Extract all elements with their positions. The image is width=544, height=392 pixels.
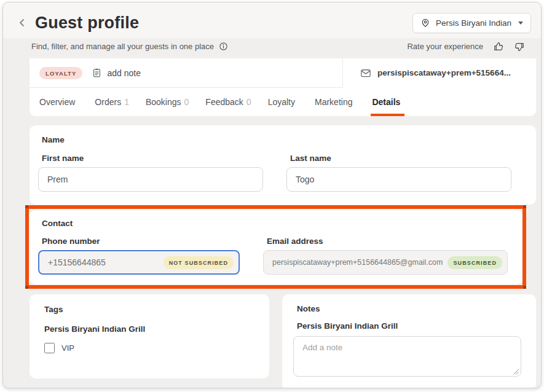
envelope-icon	[360, 68, 371, 78]
profile-tabs: Overview Orders1 Bookings0 Feedback0 Loy…	[30, 87, 536, 116]
utility-bar: Find, filter, and manage all your guests…	[3, 38, 541, 58]
tags-section-title: Tags	[44, 305, 254, 314]
page-title: Guest profile	[35, 14, 412, 33]
tab-feedback[interactable]: Feedback0	[205, 87, 251, 116]
tab-loyalty[interactable]: Loyalty	[268, 87, 298, 116]
guests-hint-text: Find, filter, and manage all your guests…	[31, 42, 214, 51]
email-input[interactable]: persispiscataway+prem+5156644865@gmail.c…	[263, 250, 508, 275]
chevron-left-icon	[18, 18, 26, 28]
note-icon	[92, 68, 102, 78]
location-selector[interactable]: Persis Biryani Indian	[412, 13, 531, 33]
thumbs-down-button[interactable]	[514, 41, 525, 52]
guest-email-link[interactable]: persispiscataway+prem+515664...	[377, 68, 511, 77]
tab-marketing[interactable]: Marketing	[315, 87, 355, 116]
phone-input[interactable]: +15156644865 NOT SUBSCRIBED	[38, 250, 240, 275]
vip-label: VIP	[61, 343, 74, 353]
notes-section-card: Notes Persis Biryani Indian Grill	[282, 294, 536, 388]
add-note-textarea[interactable]	[293, 336, 521, 377]
name-section-card: Name First name Last name	[30, 125, 536, 205]
email-value: persispiscataway+prem+5156644865@gmail.c…	[272, 258, 443, 267]
contact-section-card: Contact Phone number +15156644865 NOT SU…	[30, 210, 522, 284]
guest-header-card: LOYALTY add note persispiscataway+prem+5…	[30, 58, 536, 116]
first-name-label: First name	[42, 154, 263, 163]
tab-orders[interactable]: Orders1	[95, 87, 129, 116]
contact-section-title: Contact	[42, 219, 508, 228]
add-note-button[interactable]: add note	[92, 68, 141, 78]
main-content: LOYALTY add note persispiscataway+prem+5…	[3, 58, 541, 388]
email-label: Email address	[267, 237, 508, 246]
top-bar: Guest profile Persis Biryani Indian	[3, 2, 541, 38]
vip-checkbox[interactable]	[44, 343, 55, 353]
tags-section-card: Tags Persis Biryani Indian Grill VIP	[30, 294, 269, 378]
app-window: Guest profile Persis Biryani Indian Find…	[2, 2, 542, 388]
info-icon[interactable]	[219, 42, 228, 51]
notes-section-title: Notes	[297, 304, 521, 313]
phone-label: Phone number	[42, 237, 240, 246]
not-subscribed-badge: NOT SUBSCRIBED	[164, 256, 234, 269]
loyalty-badge: LOYALTY	[39, 67, 82, 79]
resize-handle-icon[interactable]	[513, 369, 519, 375]
notes-restaurant-name: Persis Biryani Indian Grill	[297, 321, 521, 331]
tab-details[interactable]: Details	[372, 87, 403, 116]
chevron-down-icon	[518, 22, 523, 25]
location-label: Persis Biryani Indian	[436, 18, 511, 28]
tags-restaurant-name: Persis Biryani Indian Grill	[44, 324, 254, 334]
subscribed-badge: SUBSCRIBED	[447, 256, 502, 269]
add-note-label: add note	[107, 68, 141, 78]
last-name-input[interactable]	[286, 167, 511, 192]
name-section-title: Name	[42, 135, 511, 144]
rate-experience-label: Rate your experience	[407, 42, 483, 51]
location-pin-icon	[420, 18, 430, 28]
thumbs-up-button[interactable]	[493, 41, 504, 52]
back-button[interactable]	[18, 18, 26, 28]
tab-overview[interactable]: Overview	[39, 87, 78, 116]
first-name-input[interactable]	[38, 167, 263, 192]
contact-section-wrap: Contact Phone number +15156644865 NOT SU…	[30, 210, 536, 284]
last-name-label: Last name	[290, 154, 511, 163]
tab-bookings[interactable]: Bookings0	[146, 87, 189, 116]
phone-value: +15156644865	[48, 257, 106, 267]
bottom-row: Tags Persis Biryani Indian Grill VIP Not…	[30, 294, 536, 388]
